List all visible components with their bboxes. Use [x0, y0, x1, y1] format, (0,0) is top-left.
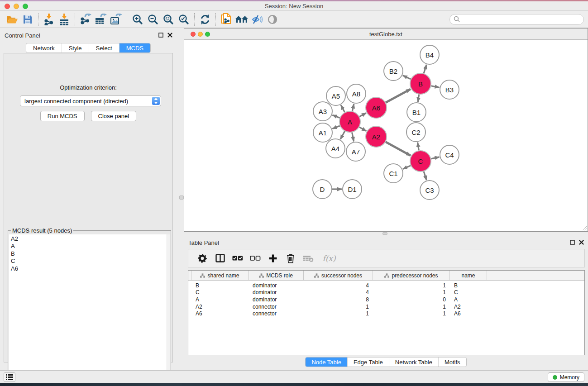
graph-node-B2[interactable]: B2 — [384, 62, 403, 81]
zoom-in-icon[interactable] — [130, 12, 145, 27]
float-table-panel-icon[interactable] — [569, 239, 575, 245]
network-canvas[interactable]: AA1A2A3A4A5A6A7A8BB1B2B3B4CC1C2C3C4DD1 — [185, 40, 587, 231]
graph-edge-A2-C[interactable] — [386, 142, 411, 156]
graph-node-A4[interactable]: A4 — [326, 139, 345, 158]
graph-node-A[interactable]: A — [339, 111, 360, 132]
graph-node-C3[interactable]: C3 — [420, 181, 439, 200]
result-item[interactable]: C — [11, 257, 167, 265]
graph-node-D1[interactable]: D1 — [343, 180, 362, 199]
graph-node-B1[interactable]: B1 — [407, 103, 426, 122]
table-row[interactable]: A dominator 8 0 A — [188, 296, 584, 303]
column-header-shared-name[interactable]: shared name — [191, 271, 249, 280]
deselect-all-icon[interactable] — [249, 251, 262, 266]
run-mcds-button[interactable]: Run MCDS — [40, 111, 85, 121]
network-graph[interactable]: AA1A2A3A4A5A6A7A8BB1B2B3B4CC1C2C3C4DD1 — [185, 40, 587, 231]
task-history-icon[interactable] — [4, 372, 15, 382]
select-all-icon[interactable] — [231, 251, 244, 266]
column-header-predecessor-nodes[interactable]: predecessor nodes — [373, 271, 450, 280]
graph-node-A1[interactable]: A1 — [313, 123, 332, 142]
result-item[interactable]: A — [11, 243, 167, 250]
column-selector-icon[interactable] — [213, 251, 227, 266]
float-panel-icon[interactable] — [158, 32, 164, 38]
tab-select[interactable]: Select — [89, 43, 119, 52]
graph-node-A6[interactable]: A6 — [366, 97, 387, 118]
table-row[interactable]: B dominator 4 1 B — [188, 282, 584, 289]
tab-motifs[interactable]: Motifs — [438, 357, 466, 367]
graph-edge-B-B4[interactable] — [424, 65, 426, 73]
result-item[interactable]: A6 — [11, 265, 167, 272]
result-item[interactable]: B — [11, 250, 167, 257]
search-input[interactable] — [460, 15, 583, 24]
search-field[interactable] — [449, 14, 584, 25]
graph-edge-A-A1[interactable] — [332, 126, 339, 129]
tab-style[interactable]: Style — [62, 43, 89, 52]
table-row[interactable]: A6 connector 1 1 A6 — [188, 310, 584, 317]
fit-content-icon[interactable] — [161, 12, 176, 27]
zoom-out-icon[interactable] — [145, 12, 161, 27]
import-network-icon[interactable] — [41, 12, 57, 27]
graph-node-A7[interactable]: A7 — [346, 142, 365, 161]
graph-edge-C-C4[interactable] — [431, 157, 439, 159]
delete-table-icon[interactable] — [301, 251, 315, 266]
zoom-selected-icon[interactable] — [176, 12, 191, 27]
window-resize-grip[interactable] — [582, 225, 587, 231]
graph-edge-A-A8[interactable] — [352, 104, 354, 111]
graph-edge-C-C2[interactable] — [418, 143, 419, 151]
graph-node-D[interactable]: D — [313, 180, 332, 199]
column-header-mcds-role[interactable]: MCDS role — [249, 271, 304, 280]
graph-edge-A-A3[interactable] — [332, 115, 339, 118]
column-header-name[interactable]: name — [450, 271, 487, 280]
settings-gear-icon[interactable] — [196, 251, 209, 266]
function-builder-icon[interactable]: f(x) — [319, 251, 339, 266]
show-details-icon[interactable] — [265, 12, 280, 27]
export-network-icon[interactable] — [78, 12, 93, 27]
graph-node-B[interactable]: B — [410, 73, 431, 94]
graph-edge-A-A4[interactable] — [340, 131, 345, 139]
tab-node-table[interactable]: Node Table — [306, 357, 347, 367]
tab-network[interactable]: Network — [26, 43, 62, 52]
graph-node-C1[interactable]: C1 — [384, 164, 403, 183]
open-file-icon[interactable] — [5, 12, 20, 27]
tab-edge-table[interactable]: Edge Table — [347, 357, 389, 367]
graph-edge-C-C3[interactable] — [424, 172, 426, 180]
tab-network-table[interactable]: Network Table — [389, 357, 438, 367]
graph-edge-A6-B[interactable] — [386, 89, 411, 103]
memory-button[interactable]: Memory — [548, 372, 584, 382]
graph-edge-B-B3[interactable] — [431, 86, 440, 88]
close-table-panel-icon[interactable] — [578, 239, 584, 245]
import-table-icon[interactable] — [57, 12, 72, 27]
graph-node-B3[interactable]: B3 — [440, 80, 459, 99]
graph-node-A2[interactable]: A2 — [366, 126, 387, 147]
add-column-icon[interactable] — [266, 251, 280, 266]
graph-edge-A-A5[interactable] — [341, 105, 345, 112]
graph-node-A8[interactable]: A8 — [347, 84, 366, 103]
vertical-splitter-grip[interactable] — [179, 195, 184, 200]
graph-node-C4[interactable]: C4 — [440, 145, 459, 164]
tab-mcds[interactable]: MCDS — [119, 43, 150, 52]
graph-node-B4[interactable]: B4 — [420, 45, 439, 64]
graph-node-A3[interactable]: A3 — [313, 102, 332, 121]
table-row[interactable]: A2 connector 1 1 A2 — [188, 303, 584, 310]
column-header-successor-nodes[interactable]: successor nodes — [304, 271, 373, 280]
result-scrollbar[interactable] — [167, 234, 170, 383]
graph-edge-A-A2[interactable] — [359, 127, 366, 131]
graph-edge-C-C1[interactable] — [403, 166, 411, 169]
result-item[interactable]: A2 — [11, 235, 167, 243]
graph-node-C2[interactable]: C2 — [406, 123, 425, 142]
table-row[interactable]: C dominator 4 1 C — [188, 289, 584, 296]
export-table-icon[interactable] — [93, 12, 109, 27]
save-session-icon[interactable] — [20, 12, 35, 27]
graph-edge-A-A7[interactable] — [352, 133, 354, 142]
close-panel-icon[interactable] — [167, 32, 173, 38]
graph-node-A5[interactable]: A5 — [326, 86, 345, 105]
horizontal-splitter-grip[interactable] — [382, 232, 387, 235]
export-image-icon[interactable] — [109, 12, 124, 27]
graph-edge-A-A6[interactable] — [359, 113, 366, 117]
home-windows-icon[interactable] — [234, 12, 249, 27]
graph-edge-B-B1[interactable] — [418, 95, 419, 102]
criterion-dropdown[interactable]: largest connected component (directed) — [20, 95, 161, 106]
graph-node-C[interactable]: C — [410, 151, 431, 172]
hide-details-icon[interactable] — [249, 12, 265, 27]
refresh-icon[interactable] — [197, 12, 213, 27]
graph-edge-B-B2[interactable] — [403, 76, 411, 79]
